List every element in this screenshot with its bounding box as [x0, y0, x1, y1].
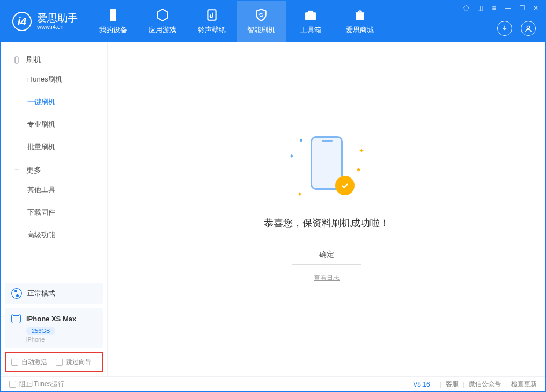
bag-icon	[353, 8, 367, 22]
sidebar-item-advanced[interactable]: 高级功能	[1, 224, 107, 246]
nav-smart-flash[interactable]: 智能刷机	[237, 1, 286, 42]
window-controls: ⬠ ◫ ≡ — ☐ ✕	[462, 4, 540, 12]
checkbox-block-itunes[interactable]: 阻止iTunes运行	[9, 380, 64, 389]
shirt-icon[interactable]: ⬠	[462, 4, 470, 12]
device-box[interactable]: iPhone XS Max 256GB iPhone	[5, 308, 103, 348]
nav-apps-games[interactable]: 应用游戏	[138, 1, 187, 42]
sidebar-item-other-tools[interactable]: 其他工具	[1, 179, 107, 201]
svg-rect-5	[15, 57, 18, 63]
music-file-icon	[205, 8, 219, 22]
svg-point-4	[527, 26, 529, 28]
app-header: i4 爱思助手 www.i4.cn 我的设备 应用游戏 铃声壁纸 智能刷机 工具…	[1, 1, 545, 42]
minimize-icon[interactable]: —	[504, 4, 512, 12]
nav-rings-walls[interactable]: 铃声壁纸	[187, 1, 237, 42]
footer: 阻止iTunes运行 V8.16 | 客服 | 微信公众号 | 检查更新	[1, 376, 545, 391]
footer-wechat[interactable]: 微信公众号	[469, 380, 501, 389]
toolbox-icon	[304, 8, 318, 22]
cube-icon	[156, 8, 169, 22]
nav-toolbox[interactable]: 工具箱	[286, 1, 335, 42]
sidebar-header-flash: 刷机	[1, 52, 107, 68]
sidebar-item-onekey[interactable]: 一键刷机	[1, 91, 107, 113]
main-content: ✦✦✦ 恭喜您，保资料刷机成功啦！ 确定 查看日志	[108, 42, 545, 376]
box-icon[interactable]: ◫	[476, 4, 484, 12]
nav-my-device[interactable]: 我的设备	[88, 1, 138, 42]
nav-store[interactable]: 爱思商城	[335, 1, 385, 42]
view-log-link[interactable]: 查看日志	[314, 273, 340, 283]
device-icon	[11, 314, 21, 323]
sidebar-item-pro[interactable]: 专业刷机	[1, 113, 107, 136]
phone-icon	[106, 8, 120, 22]
download-button[interactable]	[497, 21, 512, 36]
success-illustration: ✦✦✦	[289, 136, 364, 201]
sidebar-item-firmware[interactable]: 下载固件	[1, 201, 107, 224]
main-nav: 我的设备 应用游戏 铃声壁纸 智能刷机 工具箱 爱思商城	[88, 1, 385, 42]
list-icon: ≡	[12, 166, 21, 175]
version-label: V8.16	[413, 381, 430, 388]
device-storage: 256GB	[26, 327, 55, 335]
svg-rect-3	[308, 11, 313, 12]
mode-box[interactable]: 正常模式	[5, 283, 103, 304]
sidebar: 刷机 iTunes刷机 一键刷机 专业刷机 批量刷机 ≡ 更多 其他工具 下载固…	[1, 42, 108, 376]
options-box: 自动激活 跳过向导	[5, 352, 103, 372]
maximize-icon[interactable]: ☐	[518, 4, 526, 12]
ok-button[interactable]: 确定	[292, 245, 361, 265]
app-title: 爱思助手	[37, 13, 78, 24]
shield-refresh-icon	[254, 8, 268, 22]
phone-outline-icon	[12, 56, 21, 64]
menu-icon[interactable]: ≡	[490, 4, 498, 12]
checkbox-auto-activate[interactable]: 自动激活	[11, 358, 47, 367]
app-subtitle: www.i4.cn	[37, 24, 78, 30]
logo-icon: i4	[12, 12, 32, 31]
footer-support[interactable]: 客服	[446, 380, 459, 389]
success-message: 恭喜您，保资料刷机成功啦！	[264, 217, 389, 230]
sidebar-item-batch[interactable]: 批量刷机	[1, 136, 107, 158]
footer-update[interactable]: 检查更新	[511, 380, 537, 389]
device-type: iPhone	[26, 336, 97, 343]
user-button[interactable]	[521, 21, 536, 36]
sidebar-header-more: ≡ 更多	[1, 162, 107, 179]
check-icon	[335, 176, 355, 195]
mode-icon	[11, 288, 22, 299]
checkbox-skip-guide[interactable]: 跳过向导	[56, 358, 92, 367]
svg-rect-0	[110, 9, 116, 21]
sidebar-item-itunes[interactable]: iTunes刷机	[1, 68, 107, 91]
svg-rect-2	[305, 13, 316, 20]
close-icon[interactable]: ✕	[532, 4, 540, 12]
device-name: iPhone XS Max	[26, 315, 76, 323]
logo: i4 爱思助手 www.i4.cn	[1, 12, 88, 31]
